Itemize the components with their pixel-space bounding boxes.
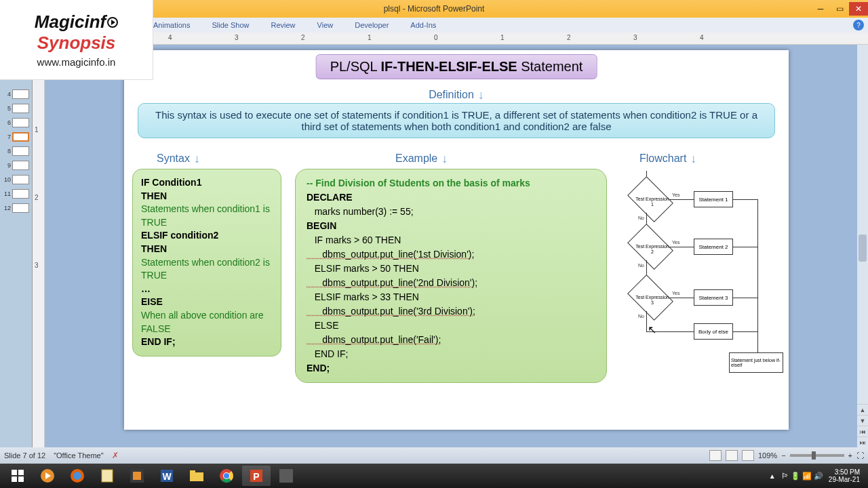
explorer-icon[interactable] [182, 466, 211, 486]
vertical-ruler: 1 2 3 [33, 45, 45, 447]
powerpoint-icon[interactable]: P [242, 466, 271, 486]
taskbar: W P ▲ 🏳 🔋 📶 🔊 3:50 PM 29-Mar-21 [0, 464, 868, 488]
slide-thumbnails-panel: 4 5 6 7 8 9 10 11 12 [0, 45, 33, 447]
logo-url: www.magicinfo.in [37, 56, 116, 68]
flow-statement-3: Statement 3 [694, 289, 733, 306]
tab-slideshow[interactable]: Slide Show [212, 21, 249, 29]
word-icon[interactable]: W [153, 466, 181, 486]
minimize-button[interactable]: ─ [811, 2, 830, 16]
zoom-in-button[interactable]: + [848, 451, 852, 460]
thumbnail-5[interactable]: 5 [3, 102, 29, 115]
play-icon [107, 17, 118, 28]
svg-point-19 [224, 473, 229, 479]
workspace: 4 5 6 7 8 9 10 11 12 1 2 3 PL/SQL IF-THE… [0, 45, 868, 447]
tab-developer[interactable]: Developer [355, 21, 389, 29]
zoom-slider[interactable] [790, 454, 844, 457]
svg-rect-13 [190, 472, 203, 481]
tray-icons[interactable]: 🏳 🔋 📶 🔊 [781, 472, 823, 481]
normal-view-button[interactable] [709, 450, 722, 461]
thumbnail-7[interactable]: 7 [3, 130, 29, 144]
close-button[interactable]: ✕ [849, 2, 868, 16]
flowchart-diagram[interactable]: Test Expression 1 Yes Statement 1 No Tes… [614, 171, 776, 394]
slide-counter: Slide 7 of 12 [4, 451, 45, 460]
thumbnail-4[interactable]: 4 [3, 87, 29, 101]
logo-line2: Synopsis [37, 33, 116, 54]
example-label: Example↓ [395, 152, 448, 166]
down-arrow-icon: ↓ [478, 88, 484, 102]
svg-rect-14 [190, 470, 195, 473]
clock[interactable]: 3:50 PM 29-Mar-21 [829, 468, 860, 483]
app-icon[interactable] [272, 466, 300, 486]
svg-text:P: P [253, 471, 259, 482]
down-arrow-icon: ↓ [194, 152, 200, 166]
start-button[interactable] [3, 466, 32, 486]
maximize-button[interactable]: ▭ [830, 2, 849, 16]
thumbnail-9[interactable]: 9 [3, 159, 29, 172]
next-slide-icon[interactable]: ⏭ [857, 436, 868, 447]
svg-rect-3 [18, 476, 24, 482]
window-title: plsql - Microsoft PowerPoint [384, 4, 485, 14]
slide-area[interactable]: PL/SQL IF-THEN-ELSIF-ELSE Statement Defi… [45, 45, 868, 447]
syntax-box[interactable]: IF Condition1 THEN Statements when condi… [132, 169, 281, 357]
firefox-icon[interactable] [63, 466, 92, 486]
down-arrow-icon: ↓ [690, 152, 696, 166]
scroll-up-icon[interactable]: ▲ [857, 404, 868, 415]
svg-point-7 [73, 472, 81, 480]
svg-rect-1 [18, 470, 24, 475]
statusbar: Slide 7 of 12 "Office Theme" ✗ 109% − + … [0, 447, 868, 464]
tab-addins[interactable]: Add-Ins [410, 21, 436, 29]
thumbnail-11[interactable]: 11 [3, 187, 29, 201]
logo-line1: Magicinf [35, 12, 118, 33]
flowchart-label: Flowchart↓ [639, 152, 696, 166]
theme-name: "Office Theme" [54, 451, 103, 460]
media-player-icon[interactable] [33, 466, 62, 486]
sorter-view-button[interactable] [726, 450, 738, 461]
cursor-icon: ↖ [648, 323, 656, 336]
syntax-label: Syntax↓ [157, 152, 200, 166]
window-controls: ─ ▭ ✕ [811, 2, 868, 16]
chrome-icon[interactable] [212, 466, 241, 486]
system-tray: ▲ 🏳 🔋 📶 🔊 3:50 PM 29-Mar-21 [769, 468, 865, 483]
flow-statement-1: Statement 1 [694, 191, 733, 207]
flow-end: Statement just below if-elseif [729, 352, 783, 373]
fit-button[interactable]: ⛶ [856, 451, 864, 460]
vertical-scrollbar[interactable]: ▲ ▼ ⏮ ⏭ [857, 45, 868, 447]
flow-diamond-2: Test Expression 2 [627, 224, 673, 270]
flow-statement-2: Statement 2 [694, 239, 733, 255]
thumbnail-6[interactable]: 6 [3, 116, 29, 129]
tray-up-icon[interactable]: ▲ [769, 472, 776, 480]
help-icon[interactable]: ? [853, 20, 864, 30]
flow-diamond-1: Test Expression 1 [627, 176, 673, 222]
svg-rect-22 [279, 469, 293, 483]
prev-slide-icon[interactable]: ⏮ [857, 426, 868, 436]
svg-rect-8 [102, 470, 113, 482]
tab-review[interactable]: Review [271, 21, 295, 29]
thumbnail-10[interactable]: 10 [3, 173, 29, 186]
thumbnail-12[interactable]: 12 [3, 201, 29, 215]
logo-overlay: Magicinf Synopsis www.magicinfo.in [0, 0, 153, 80]
slide-title[interactable]: PL/SQL IF-THEN-ELSIF-ELSE Statement [316, 54, 597, 79]
definition-label: Definition↓ [429, 88, 484, 102]
flow-else: Body of else [694, 323, 733, 340]
down-arrow-icon: ↓ [441, 152, 448, 166]
zoom-level: 109% [758, 451, 777, 460]
notepad-icon[interactable] [93, 466, 121, 486]
svg-rect-0 [12, 470, 17, 475]
tab-view[interactable]: View [317, 21, 334, 29]
svg-rect-2 [12, 476, 17, 482]
flow-diamond-3: Test Expression 3 [627, 274, 673, 321]
slideshow-view-button[interactable] [742, 450, 754, 461]
definition-box[interactable]: This syntax is used to execute one set o… [138, 103, 775, 138]
sublime-icon[interactable] [123, 466, 151, 486]
scrollbar-thumb[interactable] [859, 235, 867, 262]
example-box[interactable]: -- Find Division of Students on the basi… [295, 169, 607, 383]
zoom-out-button[interactable]: − [781, 451, 785, 460]
slide-canvas[interactable]: PL/SQL IF-THEN-ELSIF-ELSE Statement Defi… [124, 50, 789, 430]
svg-text:W: W [162, 471, 172, 482]
svg-rect-10 [133, 472, 141, 480]
spellcheck-icon[interactable]: ✗ [112, 451, 119, 460]
scroll-down-icon[interactable]: ▼ [857, 415, 868, 426]
thumbnail-8[interactable]: 8 [3, 144, 29, 158]
tab-animations[interactable]: Animations [153, 21, 190, 29]
